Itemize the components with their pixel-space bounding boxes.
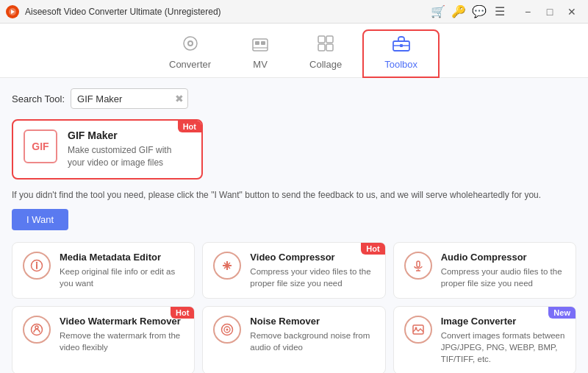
- tool-name-1: Video Compressor: [250, 252, 376, 263]
- svg-rect-6: [261, 41, 265, 45]
- tool-desc-5: Convert images formats between JPG/JPEG,…: [441, 330, 567, 365]
- media-metadata-editor-info: Media Metadata Editor Keep original file…: [60, 252, 185, 289]
- media-metadata-editor-icon: [23, 252, 51, 280]
- mv-icon: [252, 37, 268, 56]
- tool-desc-2: Compress your audio files to the proper …: [441, 266, 567, 289]
- noise-remover-info: Noise Remover Remove background noise fr…: [250, 316, 376, 353]
- tab-mv-label: MV: [253, 59, 268, 70]
- minimize-button[interactable]: −: [517, 3, 538, 21]
- tool-name-2: Audio Compressor: [441, 252, 567, 263]
- titlebar: Aiseesoft Video Converter Ultimate (Unre…: [0, 0, 588, 24]
- tool-card-audio-compressor[interactable]: Audio Compressor Compress your audio fil…: [393, 242, 576, 299]
- search-result-name: GIF Maker: [68, 129, 191, 141]
- tool-desc-4: Remove background noise from audio of vi…: [250, 330, 376, 353]
- tab-toolbox[interactable]: Toolbox: [362, 29, 440, 78]
- svg-point-26: [35, 326, 38, 329]
- info-text: If you didn't find the tool you need, pl…: [12, 188, 576, 202]
- tool-desc-1: Compress your video files to the proper …: [250, 266, 376, 289]
- svg-rect-14: [400, 44, 403, 47]
- svg-rect-10: [318, 44, 325, 51]
- video-watermark-remover-icon: [23, 316, 51, 344]
- tool-card-image-converter[interactable]: New Image Converter Convert images forma…: [393, 306, 576, 373]
- noise-remover-icon: [213, 316, 241, 344]
- tool-name-3: Video Watermark Remover: [60, 316, 185, 327]
- converter-icon: [182, 35, 198, 56]
- video-compressor-badge: Hot: [361, 243, 384, 255]
- video-watermark-remover-info: Video Watermark Remover Remove the water…: [60, 316, 185, 353]
- tab-collage-label: Collage: [309, 59, 342, 70]
- search-input-wrap: ✖: [71, 88, 188, 109]
- tool-card-video-watermark-remover[interactable]: Hot Video Watermark Remover Remove the w…: [12, 306, 195, 373]
- svg-point-29: [226, 328, 229, 330]
- tool-desc-3: Remove the watermark from the video flex…: [60, 330, 185, 353]
- maximize-button[interactable]: □: [539, 3, 560, 21]
- svg-rect-9: [326, 36, 333, 43]
- gif-icon: GIF: [24, 129, 57, 163]
- video-compressor-icon: [213, 252, 241, 280]
- app-logo: [6, 5, 19, 18]
- svg-rect-5: [255, 41, 259, 45]
- tab-collage[interactable]: Collage: [289, 31, 362, 77]
- tab-converter-label: Converter: [169, 59, 211, 70]
- image-converter-badge: New: [548, 307, 576, 319]
- search-result-text: GIF Maker Make customized GIF with your …: [68, 129, 191, 169]
- svg-rect-11: [326, 44, 333, 51]
- titlebar-right-icons: 🛒 🔑 💬 ☰: [429, 3, 509, 21]
- close-button[interactable]: ✕: [562, 3, 582, 21]
- image-converter-icon: [404, 316, 432, 344]
- hot-badge: Hot: [178, 121, 201, 132]
- tool-name-4: Noise Remover: [250, 316, 376, 327]
- tool-name-5: Image Converter: [441, 316, 567, 327]
- tool-name-0: Media Metadata Editor: [60, 252, 185, 263]
- audio-compressor-info: Audio Compressor Compress your audio fil…: [441, 252, 567, 289]
- cart-icon[interactable]: 🛒: [429, 3, 447, 21]
- tab-converter[interactable]: Converter: [148, 31, 232, 77]
- main-content: Search Tool: ✖ Hot GIF GIF Maker Make cu…: [0, 78, 588, 373]
- search-result-card[interactable]: Hot GIF GIF Maker Make customized GIF wi…: [12, 119, 203, 180]
- menu-icon[interactable]: ☰: [491, 3, 509, 21]
- svg-rect-8: [318, 36, 325, 43]
- search-bar: Search Tool: ✖: [12, 88, 576, 109]
- toolbox-icon: [392, 35, 410, 56]
- image-converter-info: Image Converter Convert images formats b…: [441, 316, 567, 365]
- tab-mv[interactable]: MV: [232, 32, 289, 77]
- svg-point-3: [189, 42, 192, 45]
- search-input[interactable]: [71, 88, 188, 109]
- collage-icon: [318, 35, 334, 56]
- tool-card-noise-remover[interactable]: Noise Remover Remove background noise fr…: [202, 306, 385, 373]
- tool-grid: Media Metadata Editor Keep original file…: [12, 242, 576, 373]
- search-label: Search Tool:: [12, 93, 65, 104]
- chat-icon[interactable]: 💬: [470, 3, 488, 21]
- tab-toolbox-label: Toolbox: [384, 59, 417, 70]
- key-icon[interactable]: 🔑: [450, 3, 467, 21]
- tool-desc-0: Keep original file info or edit as you w…: [60, 266, 185, 289]
- svg-rect-4: [253, 39, 268, 51]
- svg-point-17: [36, 261, 37, 263]
- search-clear-icon[interactable]: ✖: [175, 93, 184, 104]
- audio-compressor-icon: [404, 252, 432, 280]
- app-title: Aiseesoft Video Converter Ultimate (Unre…: [25, 7, 429, 17]
- i-want-button[interactable]: I Want: [12, 209, 68, 230]
- svg-rect-22: [417, 261, 420, 267]
- search-result-description: Make customized GIF with your video or i…: [68, 144, 191, 169]
- tool-card-video-compressor[interactable]: Hot Video Compressor Compress your video…: [202, 242, 385, 299]
- video-watermark-badge: Hot: [171, 307, 194, 319]
- window-controls: − □ ✕: [517, 3, 582, 21]
- nav-tabs: Converter MV Collage: [0, 24, 588, 78]
- tool-card-media-metadata-editor[interactable]: Media Metadata Editor Keep original file…: [12, 242, 195, 299]
- video-compressor-info: Video Compressor Compress your video fil…: [250, 252, 376, 289]
